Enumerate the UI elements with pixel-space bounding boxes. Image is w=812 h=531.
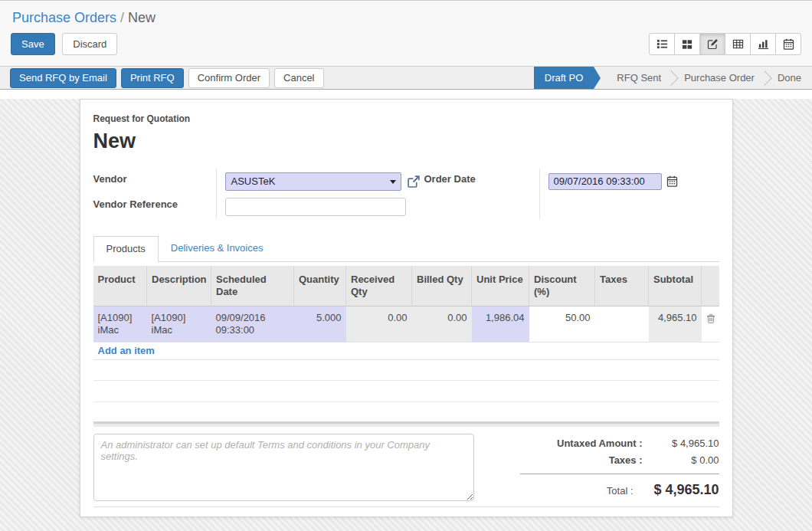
untaxed-amount-label: Untaxed Amount : <box>557 438 642 449</box>
col-actions <box>702 266 719 306</box>
cell-unit-price[interactable]: 1,986.04 <box>472 306 529 343</box>
cell-billed-qty: 0.00 <box>412 306 472 343</box>
cell-quantity[interactable]: 5.000 <box>294 306 346 343</box>
order-date-input[interactable] <box>548 173 662 190</box>
empty-line-row <box>93 381 719 402</box>
taxes-value: $ 0.00 <box>643 454 719 466</box>
field-groups: Vendor Vendor Reference ASUSTeK <box>93 169 719 219</box>
statusbar: Send RFQ by Email Print RFQ Confirm Orde… <box>0 66 812 90</box>
odoo-window: Purchase Orders / New Save Discard <box>0 0 812 531</box>
right-field-group: Order Date <box>424 169 719 219</box>
cell-subtotal: 4,965.10 <box>649 306 702 343</box>
empty-line-row <box>93 402 719 421</box>
kanban-view-button[interactable] <box>674 33 700 55</box>
discard-button[interactable]: Discard <box>62 33 117 55</box>
breadcrumb: Purchase Orders / New <box>0 1 812 28</box>
tab-products[interactable]: Products <box>93 236 159 262</box>
list-icon <box>656 38 668 50</box>
untaxed-amount-row: Untaxed Amount : $ 4,965.10 <box>503 438 719 449</box>
cell-scheduled-date[interactable]: 09/09/2016 09:33:00 <box>211 306 294 343</box>
send-rfq-by-email-button[interactable]: Send RFQ by Email <box>10 68 116 88</box>
col-quantity[interactable]: Quantity <box>294 266 346 306</box>
status-step-draft-po[interactable]: Draft PO <box>534 67 594 89</box>
order-line-row: [A1090] iMac [A1090] iMac 09/09/2016 09:… <box>93 306 719 343</box>
col-unit-price[interactable]: Unit Price <box>472 266 529 306</box>
totals-divider <box>520 474 719 474</box>
edit-icon <box>707 38 719 50</box>
form-background: Request for Quotation New Vendor Vendor … <box>0 99 812 531</box>
form-toolbar: Save Discard <box>0 28 812 66</box>
calendar-icon <box>783 38 794 50</box>
graph-view-button[interactable] <box>750 33 776 55</box>
breadcrumb-parent-link[interactable]: Purchase Orders <box>12 10 116 25</box>
breadcrumb-current: New <box>128 10 156 25</box>
breadcrumb-separator: / <box>120 10 124 25</box>
add-item-row: Add an item <box>93 343 719 360</box>
tab-deliveries-invoices[interactable]: Deliveries & Invoices <box>159 236 276 261</box>
sheet-footer: Untaxed Amount : $ 4,965.10 Taxes : $ 0.… <box>93 434 719 501</box>
left-field-group: Vendor Vendor Reference ASUSTeK <box>93 169 424 219</box>
document-type-label: Request for Quotation <box>93 113 719 124</box>
status-step-purchase-order[interactable]: Purchase Order <box>673 67 765 89</box>
vendor-select-value: ASUSTeK <box>231 175 276 187</box>
col-discount[interactable]: Discount (%) <box>529 266 595 306</box>
external-link-icon <box>407 175 421 188</box>
cell-actions <box>702 306 719 343</box>
cell-taxes[interactable] <box>595 306 649 343</box>
total-row: Total : $ 4,965.10 <box>503 482 719 498</box>
col-description[interactable]: Description <box>147 266 211 306</box>
totals-block: Untaxed Amount : $ 4,965.10 Taxes : $ 0.… <box>503 434 719 501</box>
col-received-qty[interactable]: Received Qty <box>346 266 412 306</box>
record-title: New <box>93 130 719 152</box>
vendor-reference-input[interactable] <box>225 198 406 216</box>
order-date-label: Order Date <box>424 169 539 194</box>
order-lines-table: Product Description Scheduled Date Quant… <box>93 266 719 343</box>
col-subtotal[interactable]: Subtotal <box>649 266 702 306</box>
save-button[interactable]: Save <box>11 33 55 55</box>
vendor-select[interactable]: ASUSTeK <box>225 172 401 191</box>
calendar-view-button[interactable] <box>775 33 801 55</box>
trash-icon <box>706 313 715 323</box>
total-label: Total : <box>607 485 634 497</box>
cell-discount[interactable]: 50.00 <box>529 306 595 343</box>
confirm-order-button[interactable]: Confirm Order <box>188 68 270 88</box>
status-step-done[interactable]: Done <box>767 67 812 89</box>
add-an-item-link[interactable]: Add an item <box>98 345 155 356</box>
control-panel: Purchase Orders / New Save Discard <box>0 0 812 66</box>
terms-and-conditions-input[interactable] <box>93 434 474 501</box>
vendor-open-record-button[interactable] <box>407 175 421 188</box>
bar-chart-icon <box>758 38 769 50</box>
col-scheduled-date[interactable]: Scheduled Date <box>211 266 294 306</box>
vendor-reference-label: Vendor Reference <box>93 194 216 219</box>
vendor-label: Vendor <box>93 169 216 194</box>
section-separator <box>93 421 719 427</box>
notebook-tabs: Products Deliveries & Invoices <box>93 236 719 262</box>
cell-received-qty: 0.00 <box>346 306 412 343</box>
delete-line-button[interactable] <box>706 313 715 323</box>
record-buttons: Save Discard <box>11 33 117 55</box>
pivot-view-button[interactable] <box>725 33 751 55</box>
dropdown-caret-icon <box>390 180 396 184</box>
cancel-button[interactable]: Cancel <box>274 68 323 88</box>
total-value: $ 4,965.10 <box>634 482 719 498</box>
sheet-footer-divider <box>93 506 719 507</box>
workflow-buttons: Send RFQ by Email Print RFQ Confirm Orde… <box>10 68 324 88</box>
calendar-icon <box>666 175 678 187</box>
list-view-button[interactable] <box>649 33 675 55</box>
taxes-label: Taxes : <box>609 454 643 466</box>
form-sheet: Request for Quotation New Vendor Vendor … <box>80 99 733 517</box>
col-taxes[interactable]: Taxes <box>595 266 649 306</box>
status-steps: Draft PO RFQ Sent Purchase Order Done <box>534 67 812 89</box>
untaxed-amount-value: $ 4,965.10 <box>643 438 719 449</box>
date-picker-button[interactable] <box>666 175 678 187</box>
form-view-button[interactable] <box>699 33 725 55</box>
empty-line-row <box>93 360 719 381</box>
status-step-rfq-sent[interactable]: RFQ Sent <box>606 67 672 89</box>
cell-description[interactable]: [A1090] iMac <box>147 306 211 343</box>
print-rfq-button[interactable]: Print RFQ <box>121 68 184 88</box>
col-product[interactable]: Product <box>93 266 147 306</box>
cell-product[interactable]: [A1090] iMac <box>93 306 147 343</box>
kanban-icon <box>682 39 692 50</box>
pivot-table-icon <box>732 38 744 50</box>
col-billed-qty[interactable]: Billed Qty <box>412 266 472 306</box>
